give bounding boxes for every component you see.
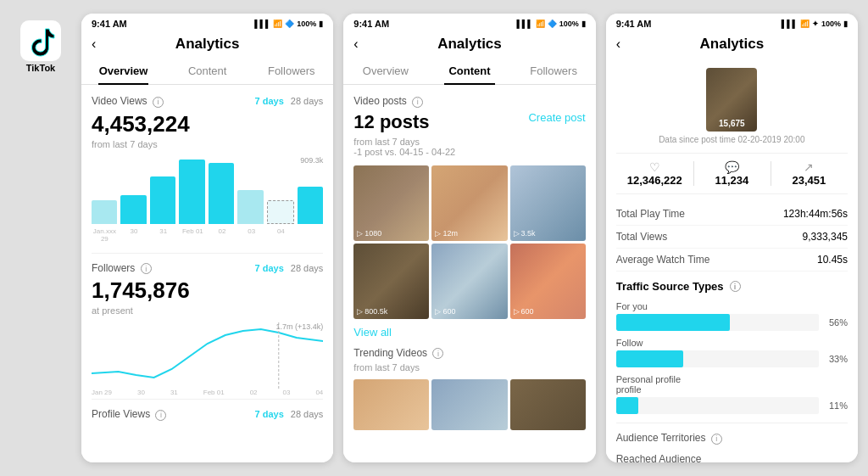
traffic-label-0: For you bbox=[616, 301, 848, 311]
bluetooth-icon: 🔷 bbox=[285, 20, 294, 28]
page-title-3: Analytics bbox=[700, 36, 765, 53]
grid-item-6[interactable]: ▷ 600 bbox=[510, 244, 586, 319]
metric-row-0: Total Play Time 123h:44m:56s bbox=[616, 203, 848, 226]
video-views-chart: 909.3k bbox=[92, 156, 323, 224]
view-all-button[interactable]: View all bbox=[353, 326, 585, 339]
audience-label: Audience Territories i bbox=[616, 432, 722, 445]
trending-thumb-1[interactable] bbox=[353, 379, 429, 430]
line-label-02: 02 bbox=[250, 389, 258, 396]
signal-icon: ▌▌▌ bbox=[254, 20, 270, 28]
followers-info-icon[interactable]: i bbox=[141, 263, 152, 274]
followers-chart: 1.7m (+13.4k) Jan 29 30 31 Feb 01 02 03 … bbox=[92, 322, 323, 390]
post-shares-stat: ↗ 23,451 bbox=[771, 154, 848, 193]
post-likes-stat: ♡ 12,346,222 bbox=[616, 154, 693, 193]
bar-8 bbox=[298, 187, 323, 224]
bar-1 bbox=[92, 200, 117, 224]
comment-icon: 💬 bbox=[693, 160, 771, 174]
traffic-row-0: For you 56% bbox=[616, 301, 848, 331]
followers-7d-btn[interactable]: 7 days bbox=[255, 263, 284, 273]
tab-overview-2[interactable]: Overview bbox=[343, 58, 427, 84]
back-button-2[interactable]: ‹ bbox=[353, 36, 358, 52]
tab-followers-1[interactable]: Followers bbox=[249, 58, 333, 84]
status-time-3: 9:41 AM bbox=[616, 19, 652, 29]
traffic-bar-container-0: 56% bbox=[616, 314, 848, 331]
metric-label-2: Average Watch Time bbox=[616, 254, 710, 266]
label-feb01: Feb 01 bbox=[180, 227, 206, 243]
create-post-button[interactable]: Create post bbox=[528, 111, 585, 124]
label-30: 30 bbox=[121, 227, 147, 243]
traffic-title: Traffic Source Types i bbox=[616, 280, 848, 293]
shares-value: 23,451 bbox=[771, 174, 848, 187]
back-button-1[interactable]: ‹ bbox=[92, 36, 96, 52]
tiktok-brand-text: TikTok bbox=[26, 63, 55, 73]
traffic-row-1: Follow 33% bbox=[616, 338, 848, 367]
metric-value-0: 123h:44m:56s bbox=[783, 208, 848, 220]
followers-label: Followers i bbox=[92, 262, 152, 275]
tab-overview-1[interactable]: Overview bbox=[81, 58, 165, 84]
profile-28d-btn[interactable]: 28 days bbox=[291, 409, 324, 419]
audience-info-icon[interactable]: i bbox=[711, 434, 722, 445]
back-button-3[interactable]: ‹ bbox=[616, 36, 620, 52]
status-time-1: 9:41 AM bbox=[92, 19, 127, 29]
period-28d-btn[interactable]: 28 days bbox=[291, 96, 324, 106]
battery-text-2: 100% bbox=[559, 20, 579, 28]
trending-info-icon[interactable]: i bbox=[432, 348, 443, 359]
traffic-source-section: Traffic Source Types i For you 56% Follo… bbox=[616, 280, 848, 414]
posts-meta: from last 7 days -1 post vs. 04-15 - 04-… bbox=[353, 137, 585, 157]
chart-max-label: 909.3k bbox=[300, 156, 323, 165]
profile-views-info-icon[interactable]: i bbox=[155, 410, 166, 421]
traffic-bar-bg-0 bbox=[616, 314, 819, 331]
traffic-info-icon[interactable]: i bbox=[730, 281, 741, 292]
tab-content-2[interactable]: Content bbox=[427, 58, 511, 84]
video-views-label: Video Views i bbox=[92, 95, 164, 108]
status-icons-2: ▌▌▌ 📶 🔷 100% ▮ bbox=[516, 20, 585, 28]
grid-item-3[interactable]: ▷ 3.5k bbox=[510, 165, 586, 241]
status-icons-3: ▌▌▌ 📶 ✦ 100% ▮ bbox=[782, 20, 848, 28]
profile-7d-btn[interactable]: 7 days bbox=[255, 409, 284, 419]
video-views-number: 4,453,224 bbox=[92, 111, 323, 137]
traffic-bar-fill-0 bbox=[616, 314, 730, 331]
video-posts-info-icon[interactable]: i bbox=[412, 97, 423, 108]
signal-icon-2: ▌▌▌ bbox=[516, 20, 532, 28]
video-grid: ▷ 1080 ▷ 12m ▷ 3.5k ▷ 800.5k ▷ 600 ▷ 600 bbox=[353, 165, 585, 319]
tiktok-logo-icon bbox=[20, 20, 61, 61]
video-views-sub: from last 7 days bbox=[92, 139, 323, 149]
line-label-30: 30 bbox=[137, 389, 145, 396]
traffic-pct-1: 33% bbox=[824, 354, 848, 364]
video-views-info-icon[interactable]: i bbox=[153, 97, 164, 108]
post-play-count: 15,675 bbox=[719, 119, 745, 128]
label-31: 31 bbox=[150, 227, 176, 243]
traffic-label-1: Follow bbox=[616, 338, 848, 348]
trending-grid bbox=[353, 379, 585, 430]
grid-item-2[interactable]: ▷ 12m bbox=[431, 165, 507, 241]
label-empty bbox=[298, 227, 324, 243]
followers-28d-btn[interactable]: 28 days bbox=[291, 263, 324, 273]
bar-3 bbox=[150, 176, 175, 224]
nav-header-3: ‹ Analytics bbox=[606, 32, 858, 58]
grid-item-5[interactable]: ▷ 600 bbox=[431, 244, 507, 319]
status-bar-2: 9:41 AM ▌▌▌ 📶 🔷 100% ▮ bbox=[343, 14, 595, 32]
video-posts-section-header: Video posts i bbox=[353, 95, 585, 108]
period-7d-btn[interactable]: 7 days bbox=[255, 96, 284, 106]
tab-followers-2[interactable]: Followers bbox=[512, 58, 596, 84]
trending-thumb-3[interactable] bbox=[510, 379, 586, 430]
video-views-header: Video Views i 7 days 28 days bbox=[92, 95, 323, 108]
nav-header-2: ‹ Analytics bbox=[343, 32, 595, 58]
traffic-row-2: Personal profile profile 11% bbox=[616, 374, 848, 414]
video-views-periods: 7 days 28 days bbox=[255, 96, 324, 106]
wifi-icon: 📶 bbox=[273, 20, 282, 28]
metric-label-1: Total Views bbox=[616, 231, 667, 243]
traffic-bar-fill-2 bbox=[616, 397, 638, 414]
reached-audience-label: Reached Audience bbox=[616, 453, 702, 463]
grid-item-1[interactable]: ▷ 1080 bbox=[353, 165, 429, 241]
followers-chart-peak: 1.7m (+13.4k) bbox=[276, 322, 324, 331]
traffic-bar-bg-1 bbox=[616, 350, 819, 367]
divider-1 bbox=[92, 253, 323, 254]
grid-item-4[interactable]: ▷ 800.5k bbox=[353, 244, 429, 319]
metric-value-1: 9,333,345 bbox=[803, 231, 848, 243]
logo-area: TikTok bbox=[10, 14, 71, 73]
grid-views-1: ▷ 1080 bbox=[357, 229, 381, 238]
trending-thumb-2[interactable] bbox=[431, 379, 507, 430]
battery-text-3: 100% bbox=[821, 20, 841, 28]
tab-content-1[interactable]: Content bbox=[165, 58, 249, 84]
